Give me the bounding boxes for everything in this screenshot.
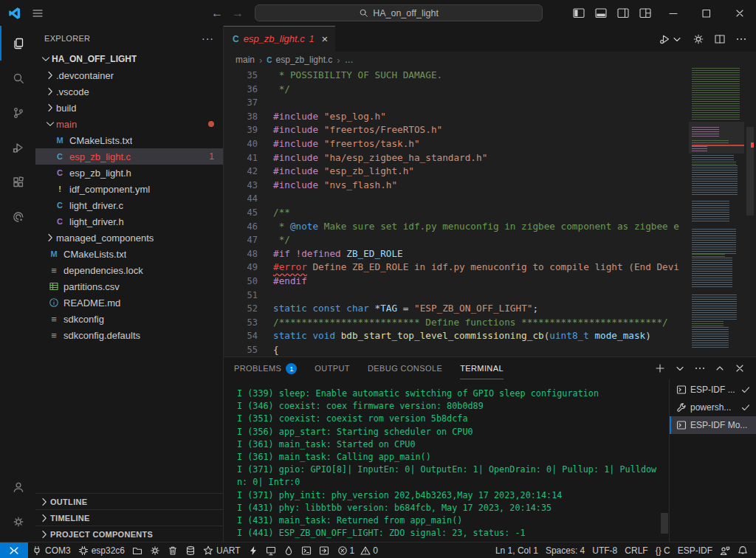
remote-indicator[interactable]: [0, 542, 28, 558]
terminal-instance-esp-idf-mo-[interactable]: ESP-IDF Mo...: [670, 416, 756, 434]
more-icon[interactable]: [694, 362, 706, 374]
panel-tab-debug-console[interactable]: DEBUG CONSOLE: [368, 357, 442, 379]
status-arrow-box[interactable]: [315, 542, 333, 558]
status-flame[interactable]: [280, 542, 298, 558]
section-outline[interactable]: OUTLINE: [35, 493, 223, 509]
tree-item-partitions-csv[interactable]: partitions.csv: [35, 278, 223, 294]
chevron-right-icon: [44, 102, 56, 114]
status-esp-idf[interactable]: ESP-IDF: [674, 542, 716, 558]
code-editor[interactable]: 35 * POSSIBILITY OF SUCH DAMAGE.36 */373…: [224, 68, 756, 356]
tree-item-idf-component-yml[interactable]: !idf_component.yml: [35, 181, 223, 197]
file-type-icon: M: [48, 249, 60, 258]
tree-item-main[interactable]: main: [35, 116, 223, 132]
plus-icon[interactable]: [654, 362, 666, 374]
terminal-scrollbar[interactable]: [661, 513, 668, 534]
status-gear[interactable]: [146, 542, 164, 558]
tab-close-icon[interactable]: ×: [321, 32, 328, 45]
status-ln-1-col-1[interactable]: Ln 1, Col 1: [492, 542, 542, 558]
activity-source-control-icon[interactable]: [0, 95, 35, 130]
panel-tab-problems[interactable]: PROBLEMS1: [234, 357, 297, 379]
code-line: 46 * @note Make sure set idf.py menuconf…: [224, 220, 689, 234]
tree-item-ha-on-off-light[interactable]: HA_ON_OFF_LIGHT: [35, 51, 223, 67]
split-editor-icon[interactable]: [714, 33, 726, 45]
layout-panel-icon[interactable]: [590, 0, 612, 26]
activity-run-debug-icon[interactable]: [0, 130, 35, 165]
layout-customize-icon[interactable]: [634, 0, 656, 26]
tree-item-esp-zb-light-c[interactable]: Cesp_zb_light.c1: [35, 148, 223, 165]
activity-settings-icon[interactable]: [0, 504, 35, 539]
chevron-down-icon[interactable]: [674, 362, 686, 374]
breadcrumb-item[interactable]: main: [236, 55, 255, 65]
status-bell[interactable]: [734, 542, 752, 558]
status-spaces-4[interactable]: Spaces: 4: [542, 542, 588, 558]
tab-esp-zb-light[interactable]: C esp_zb_light.c 1 ×: [224, 26, 335, 52]
layout-sidebar-icon[interactable]: [568, 0, 590, 26]
status-monitor[interactable]: [262, 542, 280, 558]
tree-item--devcontainer[interactable]: .devcontainer: [35, 67, 223, 83]
tree-item-build[interactable]: build: [35, 100, 223, 116]
tree-item-cmakelists-txt[interactable]: MCMakeLists.txt: [35, 132, 223, 148]
overview-error-mark: [751, 142, 754, 148]
tree-item-label: main: [56, 119, 77, 130]
editor-scrollbar[interactable]: [744, 68, 756, 356]
command-center-search[interactable]: HA_on_off_light: [255, 4, 543, 21]
minimap-viewport-slider[interactable]: [689, 122, 744, 154]
section-timeline[interactable]: TIMELINE: [35, 509, 223, 526]
activity-search-icon[interactable]: [0, 61, 35, 95]
terminal-instance-powersh-[interactable]: powersh...: [670, 399, 756, 416]
list-file-icon: ≡: [48, 265, 60, 276]
status-esp32c6[interactable]: esp32c6: [75, 542, 128, 558]
status-bolt[interactable]: [244, 542, 262, 558]
status-trash[interactable]: [164, 542, 182, 558]
status-utf-8[interactable]: UTF-8: [588, 542, 621, 558]
panel-tab-terminal[interactable]: TERMINAL: [460, 357, 504, 379]
tree-item-sdkconfig[interactable]: ≡sdkconfig: [35, 311, 223, 327]
tree-item-dependencies-lock[interactable]: ≡dependencies.lock: [35, 262, 223, 278]
code-token: Define ZB_ED_ROLE in idf.py menuconfig t…: [307, 261, 679, 272]
panel-tab-output[interactable]: OUTPUT: [315, 357, 350, 379]
activity-explorer-icon[interactable]: [0, 26, 35, 61]
status-com3[interactable]: COM3: [28, 542, 75, 558]
status-folder[interactable]: [128, 542, 146, 558]
back-icon[interactable]: ←: [211, 7, 223, 20]
tree-item-light-driver-c[interactable]: Clight_driver.c: [35, 197, 223, 213]
more-actions-icon[interactable]: [735, 33, 747, 45]
activity-extensions-icon[interactable]: [0, 165, 35, 199]
terminal-instance-esp-idf-[interactable]: ESP-IDF ...: [670, 381, 756, 399]
minimize-button[interactable]: [656, 0, 690, 26]
tree-item-esp-zb-light-h[interactable]: Cesp_zb_light.h: [35, 165, 223, 181]
run-debug-button[interactable]: [659, 33, 683, 45]
status-crlf[interactable]: CRLF: [621, 542, 651, 558]
close-button[interactable]: [723, 0, 756, 26]
settings-gear-icon[interactable]: [693, 33, 704, 45]
status-feedback[interactable]: [716, 542, 734, 558]
activity-account-icon[interactable]: [0, 469, 35, 504]
terminal-output[interactable]: I (339) sleep: Enable automatic switchin…: [224, 379, 669, 542]
layout-sidebar-right-icon[interactable]: [612, 0, 634, 26]
activity-espressif-icon[interactable]: [0, 199, 35, 234]
code-line: 40#include "freertos/task.h": [224, 137, 689, 151]
more-actions-icon[interactable]: ···: [202, 32, 214, 44]
tree-item-managed-components[interactable]: managed_components: [35, 230, 223, 246]
tree-item-cmakelists-txt[interactable]: MCMakeLists.txt: [35, 246, 223, 262]
maximize-button[interactable]: [690, 0, 723, 26]
close-icon[interactable]: [734, 362, 746, 374]
status-problems[interactable]: 10: [333, 545, 382, 556]
minimap[interactable]: [689, 68, 744, 356]
tree-item-light-driver-h[interactable]: Clight_driver.h: [35, 213, 223, 230]
tree-item-readme-md[interactable]: README.md: [35, 294, 223, 311]
status-terminal-box[interactable]: [298, 542, 315, 558]
tree-item-sdkconfig-defaults[interactable]: ≡sdkconfig.defaults: [35, 327, 223, 343]
line-number: 41: [224, 151, 258, 165]
forward-icon[interactable]: →: [232, 7, 244, 20]
breadcrumb-item[interactable]: Cesp_zb_light.c: [267, 55, 332, 65]
breadcrumb-item[interactable]: …: [345, 55, 354, 65]
section-project-components[interactable]: PROJECT COMPONENTS: [35, 526, 223, 542]
menu-icon[interactable]: [32, 7, 44, 19]
chevron-up-icon[interactable]: [714, 362, 726, 374]
status-database[interactable]: [182, 542, 199, 558]
status--c[interactable]: {} C: [652, 542, 674, 558]
tree-item--vscode[interactable]: .vscode: [35, 83, 223, 100]
status-uart[interactable]: UART: [199, 542, 244, 558]
code-token: "esp_log.h": [324, 111, 386, 122]
